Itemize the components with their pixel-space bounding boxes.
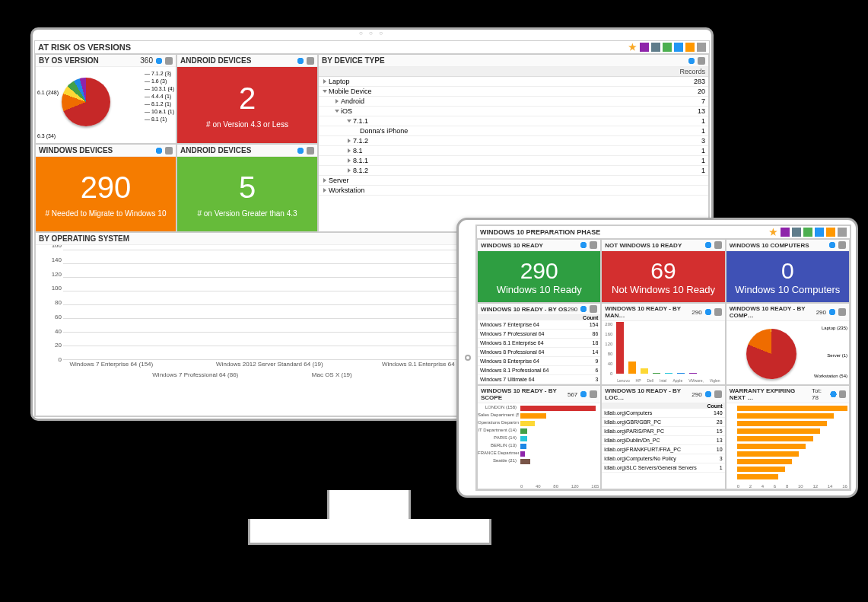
widget-not-win10-ready: NOT WINDOWS 10 READY 69 Not Windows 10 R… — [601, 239, 725, 303]
widget-ready-by-os: WINDOWS 10 READY - BY OS 290 CountWindow… — [477, 303, 601, 385]
metric-tile[interactable]: 2 # on Version 4.3 or Less — [177, 67, 317, 143]
info-icon[interactable] — [704, 241, 712, 249]
tree-row[interactable]: Android7 — [319, 97, 708, 107]
gear-icon[interactable] — [826, 228, 835, 237]
monitor-neck — [327, 490, 411, 521]
wrench-icon[interactable] — [792, 228, 801, 237]
metric-tile[interactable]: 290 Windows 10 Ready — [478, 251, 600, 302]
tree-row[interactable]: 8.1.21 — [319, 166, 708, 176]
column-header-records: Records — [663, 67, 708, 77]
dashboard-toolbar: ★ — [628, 43, 706, 52]
tree-row[interactable]: 8.11 — [319, 146, 708, 156]
info-icon[interactable] — [155, 147, 163, 154]
widget-title: ANDROID DEVICES — [180, 56, 251, 65]
link-icon[interactable] — [838, 241, 846, 249]
tree-row[interactable]: Mobile Device20 — [319, 87, 708, 97]
link-icon[interactable] — [838, 308, 846, 316]
widget-title: WINDOWS 10 READY - BY COMP… — [730, 305, 816, 319]
info-icon[interactable] — [297, 147, 304, 154]
ready-by-os-list[interactable]: CountWindows 7 Enterprise 64154Windows 7… — [478, 315, 600, 384]
widget-title: WINDOWS 10 READY - BY OS — [481, 306, 568, 313]
widget-ready-by-manufacturer: WINDOWS 10 READY - BY MAN… 290 040801201… — [601, 303, 725, 385]
widget-title: NOT WINDOWS 10 READY — [605, 242, 682, 249]
widget-android-under43: ANDROID DEVICES 2 # on Version 4.3 or Le… — [176, 54, 318, 144]
tree-row[interactable]: Laptop283 — [319, 77, 708, 87]
pie-legend: — 7.1.2 (3) — 1.6 (3) — 10.3.1 (4) — 4.4… — [145, 70, 174, 123]
scope-bar-chart[interactable]: LONDON (158)Sales Department (54)Operati… — [478, 403, 600, 489]
link-icon[interactable] — [590, 305, 597, 313]
link-icon[interactable] — [714, 308, 722, 316]
tree-row[interactable]: 8.1.11 — [319, 156, 708, 166]
widget-ready-by-computer-type: WINDOWS 10 READY - BY COMP… 290 Laptop (… — [726, 303, 850, 385]
link-icon[interactable] — [698, 57, 705, 65]
link-icon[interactable] — [307, 57, 314, 65]
metric-tile[interactable]: 69 Not Windows 10 Ready — [602, 251, 724, 302]
wrench-icon[interactable] — [651, 43, 660, 52]
info-icon[interactable] — [828, 308, 836, 316]
ready-by-location-list[interactable]: Countldlab.org\Computers140ldlab.org\GBR… — [602, 403, 724, 489]
link-icon[interactable] — [165, 57, 173, 65]
widget-warranty-expiring: WARRANTY EXPIRING NEXT … Tot: 78 0246810… — [726, 385, 850, 489]
widget-windows-devices: WINDOWS DEVICES 290 # Needed to Migrate … — [35, 144, 176, 232]
tablet-frame: WINDOWS 10 PREPARATION PHASE ★ WINDOWS 1… — [456, 218, 858, 498]
info-icon[interactable] — [155, 57, 163, 65]
star-icon[interactable]: ★ — [628, 43, 637, 52]
info-icon[interactable] — [297, 57, 304, 65]
widget-android-over43: ANDROID DEVICES 5 # on Version Greater t… — [176, 144, 318, 232]
refresh-icon[interactable] — [803, 228, 812, 237]
tree-row[interactable]: 7.1.11 — [319, 116, 708, 126]
link-icon[interactable] — [714, 390, 722, 398]
link-icon[interactable] — [165, 147, 173, 154]
device-type-tree[interactable]: Records Laptop283Mobile Device20Android7… — [319, 67, 708, 196]
info-icon[interactable] — [830, 390, 837, 398]
gear-icon[interactable] — [685, 43, 695, 52]
info-icon[interactable] — [688, 57, 695, 65]
pie-label: 6.3 (34) — [37, 133, 56, 139]
metric-tile[interactable]: 290 # Needed to Migrate to Windows 10 — [36, 157, 176, 231]
link-icon[interactable] — [307, 147, 314, 154]
info-icon[interactable] — [704, 308, 712, 316]
computer-type-pie[interactable]: Laptop (235) Server (1) Workstation (54) — [727, 321, 849, 384]
monitor-indicator: ○ ○ ○ — [33, 30, 711, 39]
refresh-icon[interactable] — [663, 43, 672, 52]
link-icon[interactable] — [590, 241, 597, 249]
filter-icon[interactable] — [640, 43, 649, 52]
info-icon[interactable] — [828, 241, 836, 249]
info-icon[interactable] — [580, 241, 587, 249]
link-icon[interactable] — [714, 241, 722, 249]
widget-win10-computers: WINDOWS 10 COMPUTERS 0 Windows 10 Comput… — [726, 239, 850, 303]
widget-title: BY OS VERSION — [39, 56, 99, 65]
warranty-bar-chart[interactable]: 0246810121416 — [727, 403, 849, 489]
widget-title: BY OPERATING SYSTEM — [39, 234, 129, 243]
filter-icon[interactable] — [781, 228, 790, 237]
widget-title: BY DEVICE TYPE — [322, 56, 385, 65]
info-icon[interactable] — [580, 390, 587, 398]
dashboard-title: AT RISK OS VERSIONS — [38, 43, 131, 52]
tree-row[interactable]: iOS13 — [319, 107, 708, 116]
export-icon[interactable] — [697, 43, 706, 52]
tree-row[interactable]: 7.1.23 — [319, 136, 708, 146]
tree-row[interactable]: Donna's iPhone1 — [319, 126, 708, 136]
widget-title: ANDROID DEVICES — [180, 146, 251, 154]
link-icon[interactable] — [590, 390, 597, 398]
widget-title: WINDOWS 10 COMPUTERS — [730, 242, 809, 249]
tablet-home-button[interactable] — [465, 355, 471, 361]
manufacturer-bar-chart[interactable]: 04080120160200 LenovoHPDellIntelAppleVMw… — [602, 321, 724, 384]
metric-tile[interactable]: 5 # on Version Greater than 4.3 — [177, 157, 317, 231]
star-icon[interactable]: ★ — [769, 228, 778, 237]
widget-title: WINDOWS DEVICES — [39, 146, 113, 154]
info-icon[interactable] — [580, 305, 587, 313]
globe-icon[interactable] — [815, 228, 824, 237]
globe-icon[interactable] — [674, 43, 683, 52]
tablet-dashboard-header: WINDOWS 10 PREPARATION PHASE ★ — [477, 226, 850, 239]
info-icon[interactable] — [704, 390, 712, 398]
widget-device-type: BY DEVICE TYPE Records Laptop283Mobile D… — [318, 54, 709, 232]
export-icon[interactable] — [838, 228, 847, 237]
link-icon[interactable] — [839, 390, 846, 398]
tree-row[interactable]: Server — [319, 176, 708, 186]
widget-ready-by-scope: WINDOWS 10 READY - BY SCOPE 567 LONDON (… — [477, 385, 601, 489]
metric-tile[interactable]: 0 Windows 10 Computers — [727, 251, 849, 302]
widget-title: WINDOWS 10 READY - BY SCOPE — [481, 387, 568, 401]
pie-chart[interactable]: 6.1 (248) 6.3 (34) — 7.1.2 (3) — 1.6 (3)… — [36, 67, 176, 143]
tree-row[interactable]: Workstation — [319, 186, 708, 196]
